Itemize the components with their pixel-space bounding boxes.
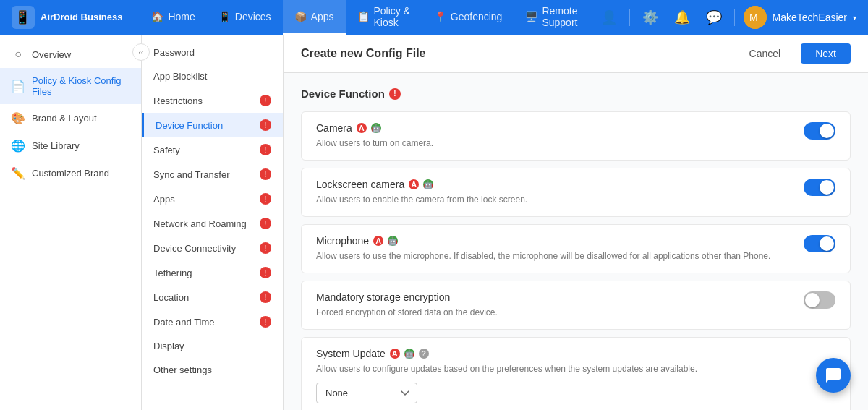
messages-icon-btn[interactable]: 💬: [702, 6, 726, 29]
home-icon: 🏠: [151, 11, 163, 22]
device-function-section-header: Device Function !: [301, 87, 851, 100]
sidebar-collapse-button[interactable]: ‹‹: [132, 43, 150, 61]
lockscreen-camera-info: Lockscreen camera A 🤖 Allow users to ena…: [316, 179, 792, 206]
lockscreen-camera-toggle[interactable]: [804, 179, 835, 196]
policy-menu: Password App Blocklist Restrictions ! De…: [142, 35, 284, 410]
policy-menu-item-password[interactable]: Password: [142, 40, 283, 64]
sitelib-icon: 🌐: [12, 139, 25, 152]
lockscreen-camera-desc: Allow users to enable the camera from th…: [316, 193, 792, 206]
chat-fab-button[interactable]: [816, 358, 851, 393]
badge-android-icon-4: 🤖: [404, 349, 414, 359]
lockscreen-camera-setting-row: Lockscreen camera A 🤖 Allow users to ena…: [301, 168, 851, 217]
policy-menu-item-safety[interactable]: Safety !: [142, 137, 283, 162]
brand-icon: 🎨: [12, 111, 25, 124]
badge-a-icon: A: [357, 123, 367, 133]
logo: 📱 AirDroid Business: [12, 6, 122, 29]
microphone-toggle[interactable]: [804, 235, 835, 252]
nav-divider-2: [734, 9, 735, 26]
svg-text:M: M: [749, 12, 758, 23]
datetime-badge: !: [260, 316, 271, 328]
connectivity-badge: !: [260, 242, 271, 254]
storage-encryption-setting-row: Mandatory storage encryption Forced encr…: [301, 281, 851, 330]
sidebar-item-sitelibrary[interactable]: 🌐 Site Library: [0, 132, 141, 159]
svg-text:📱: 📱: [14, 9, 31, 25]
microphone-info: Microphone A 🤖 Allow users to use the mi…: [316, 235, 792, 262]
storage-encryption-info: Mandatory storage encryption Forced encr…: [316, 291, 792, 319]
badge-a-icon-2: A: [409, 179, 419, 189]
settings-icon-btn[interactable]: ⚙️: [639, 6, 662, 29]
lockscreen-camera-title: Lockscreen camera A 🤖: [316, 179, 792, 190]
storage-encryption-desc: Forced encryption of stored data on the …: [316, 306, 792, 319]
policy-menu-item-datetime[interactable]: Date and Time !: [142, 309, 283, 334]
system-update-dropdown[interactable]: None Automatic Windowed Postpone: [316, 383, 417, 403]
policy-menu-item-devicefunction[interactable]: Device Function !: [142, 113, 283, 137]
chevron-down-icon: ▾: [853, 14, 856, 22]
device-function-title: Device Function: [301, 87, 385, 100]
storage-encryption-toggle[interactable]: [804, 291, 835, 309]
nav-right: 👤 ⚙️ 🔔 💬 M MakeTechEasier ▾: [597, 6, 857, 29]
config-title: Create new Config File: [301, 47, 425, 60]
custbrand-icon: ✏️: [12, 166, 25, 179]
camera-desc: Allow users to turn on camera.: [316, 137, 792, 150]
system-update-info: System Update A 🤖 ? Allow users to confi…: [316, 348, 835, 403]
username: MakeTechEasier: [773, 12, 848, 23]
nav-remote[interactable]: 🖥️ Remote Support: [514, 0, 597, 35]
nav-home[interactable]: 🏠 Home: [140, 0, 206, 35]
sidebar-item-overview[interactable]: ○ Overview: [0, 40, 141, 68]
top-nav: 📱 AirDroid Business 🏠 Home 📱 Devices 📦 A…: [0, 0, 868, 35]
policy-menu-item-network[interactable]: Network and Roaming !: [142, 211, 283, 236]
microphone-title: Microphone A 🤖: [316, 235, 792, 247]
safety-badge: !: [260, 144, 271, 155]
next-button[interactable]: Next: [801, 43, 851, 64]
logo-text: AirDroid Business: [41, 12, 122, 22]
cancel-button[interactable]: Cancel: [738, 43, 793, 64]
microphone-setting-row: Microphone A 🤖 Allow users to use the mi…: [301, 224, 851, 273]
apps-badge: !: [260, 193, 271, 205]
config-actions: Cancel Next: [738, 43, 851, 64]
policy-menu-item-connectivity[interactable]: Device Connectivity !: [142, 236, 283, 260]
sidebar-item-brand[interactable]: 🎨 Brand & Layout: [0, 104, 141, 132]
system-update-info-icon[interactable]: ?: [419, 349, 429, 359]
nav-divider: [629, 9, 630, 26]
policy-menu-item-tethering[interactable]: Tethering !: [142, 260, 283, 285]
network-badge: !: [260, 218, 271, 229]
policy-menu-item-appblocklist[interactable]: App Blocklist: [142, 64, 283, 88]
badge-android-icon-2: 🤖: [423, 179, 433, 189]
policy-files-icon: 📄: [12, 80, 25, 93]
notifications-icon-btn[interactable]: 🔔: [671, 6, 694, 29]
restrictions-badge: !: [260, 95, 271, 106]
policy-menu-item-location[interactable]: Location !: [142, 285, 283, 309]
config-content: Device Function ! Camera A 🤖 Allow users…: [284, 73, 868, 410]
camera-setting-row: Camera A 🤖 Allow users to turn on camera…: [301, 111, 851, 161]
policy-menu-item-restrictions[interactable]: Restrictions !: [142, 88, 283, 113]
microphone-desc: Allow users to use the microphone. If di…: [316, 249, 792, 262]
sync-badge: !: [260, 168, 271, 180]
nav-items: 🏠 Home 📱 Devices 📦 Apps 📋 Policy & Kiosk…: [140, 0, 597, 35]
devices-icon: 📱: [218, 11, 231, 22]
system-update-title: System Update A 🤖 ?: [316, 348, 835, 359]
policy-menu-item-sync[interactable]: Sync and Transfer !: [142, 162, 283, 187]
sidebar-item-policy[interactable]: 📄 Policy & Kiosk Config Files: [0, 68, 141, 104]
nav-policy[interactable]: 📋 Policy & Kiosk: [346, 0, 422, 35]
remote-icon: 🖥️: [525, 11, 537, 22]
camera-info: Camera A 🤖 Allow users to turn on camera…: [316, 122, 792, 150]
device-function-badge: !: [389, 88, 401, 100]
geofencing-icon: 📍: [434, 11, 446, 22]
sidebar: ‹‹ ○ Overview 📄 Policy & Kiosk Config Fi…: [0, 35, 142, 410]
nav-user[interactable]: M MakeTechEasier ▾: [744, 6, 857, 29]
nav-devices[interactable]: 📱 Devices: [207, 0, 283, 35]
camera-toggle[interactable]: [804, 122, 835, 140]
badge-android-icon-3: 🤖: [388, 236, 398, 246]
badge-android-icon: 🤖: [371, 123, 381, 133]
nav-apps[interactable]: 📦 Apps: [283, 0, 346, 35]
overview-icon: ○: [12, 48, 25, 61]
policy-menu-item-other[interactable]: Other settings: [142, 358, 283, 382]
devicefunction-badge: !: [260, 119, 271, 131]
policy-menu-item-display[interactable]: Display: [142, 334, 283, 358]
nav-geofencing[interactable]: 📍 Geofencing: [422, 0, 514, 35]
policy-menu-item-apps[interactable]: Apps !: [142, 187, 283, 211]
storage-encryption-title: Mandatory storage encryption: [316, 291, 792, 303]
sidebar-item-customizedbrand[interactable]: ✏️ Customized Brand: [0, 159, 141, 187]
main-layout: ‹‹ ○ Overview 📄 Policy & Kiosk Config Fi…: [0, 35, 868, 410]
users-icon-btn[interactable]: 👤: [597, 6, 621, 29]
